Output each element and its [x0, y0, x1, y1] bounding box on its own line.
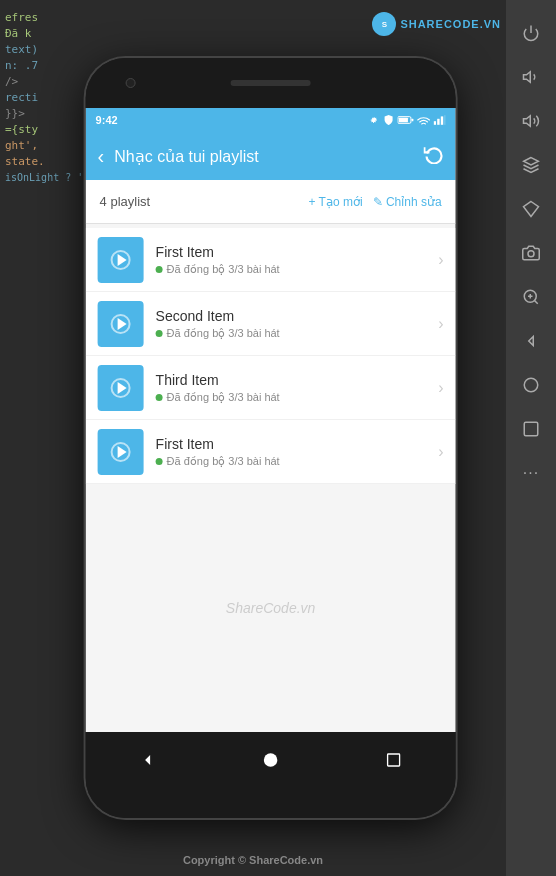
- svg-marker-19: [145, 755, 150, 765]
- sync-status-dot: [156, 266, 163, 273]
- playlist-thumbnail: [98, 237, 144, 283]
- nav-back-button[interactable]: [127, 740, 167, 780]
- battery-status-icon: [398, 115, 414, 125]
- action-buttons: + Tạo mới ✎ Chỉnh sửa: [308, 195, 441, 209]
- list-item[interactable]: Third Item Đã đồng bộ 3/3 bài hát ›: [86, 356, 456, 420]
- copyright-footer: Copyright © ShareCode.vn: [0, 854, 506, 866]
- playlist-status: Đã đồng bộ 3/3 bài hát: [156, 455, 439, 468]
- status-bar: 9:42: [86, 108, 456, 132]
- square-icon[interactable]: [513, 411, 549, 447]
- playlist-thumbnail: [98, 301, 144, 347]
- status-icons: [368, 114, 446, 126]
- playlist-name: Second Item: [156, 308, 439, 324]
- sync-status-text: Đã đồng bộ 3/3 bài hát: [167, 391, 280, 404]
- svg-marker-9: [529, 337, 534, 346]
- sync-status-text: Đã đồng bộ 3/3 bài hát: [167, 455, 280, 468]
- wifi-status-icon: [417, 115, 431, 125]
- phone-screen: 9:42: [86, 108, 456, 732]
- circle-icon[interactable]: [513, 367, 549, 403]
- phone-bottom-nav: [86, 732, 456, 788]
- phone-top-bezel: [86, 58, 456, 108]
- brand-header: S SHARECODE.VN: [372, 12, 501, 36]
- play-triangle-icon: [117, 446, 126, 458]
- play-icon-circle: [111, 378, 131, 398]
- diamond-icon[interactable]: [513, 191, 549, 227]
- svg-rect-18: [444, 115, 445, 125]
- playlist-info: First Item Đã đồng bộ 3/3 bài hát: [156, 244, 439, 276]
- playlist-thumbnail: [98, 429, 144, 475]
- sync-status-text: Đã đồng bộ 3/3 bài hát: [167, 263, 280, 276]
- svg-marker-2: [524, 116, 531, 127]
- list-item[interactable]: First Item Đã đồng bộ 3/3 bài hát ›: [86, 420, 456, 484]
- sync-status-dot: [156, 458, 163, 465]
- svg-marker-1: [524, 72, 531, 83]
- edit-button[interactable]: ✎ Chỉnh sửa: [373, 195, 442, 209]
- play-icon-circle: [111, 442, 131, 462]
- svg-marker-3: [524, 158, 539, 166]
- chevron-right-icon: ›: [438, 443, 443, 461]
- svg-point-10: [524, 378, 538, 392]
- content-area: 4 playlist + Tạo mới ✎ Chỉnh sửa Fir: [86, 180, 456, 732]
- nav-recent-button[interactable]: [374, 740, 414, 780]
- list-item[interactable]: First Item Đã đồng bộ 3/3 bài hát ›: [86, 228, 456, 292]
- nav-home-button[interactable]: [251, 740, 291, 780]
- brand-name: SHARECODE.VN: [400, 18, 501, 30]
- play-triangle-icon: [117, 382, 126, 394]
- svg-line-6: [534, 300, 537, 303]
- playlist-count: 4 playlist: [100, 194, 151, 209]
- svg-rect-15: [434, 121, 436, 125]
- phone-speaker: [231, 80, 311, 86]
- playlist-list: First Item Đã đồng bộ 3/3 bài hát ›: [86, 228, 456, 484]
- svg-rect-14: [412, 119, 414, 122]
- play-icon-circle: [111, 314, 131, 334]
- playlist-info: Second Item Đã đồng bộ 3/3 bài hát: [156, 308, 439, 340]
- play-triangle-icon: [117, 318, 126, 330]
- refresh-button[interactable]: [424, 144, 444, 168]
- svg-rect-13: [399, 118, 408, 123]
- playlist-name: First Item: [156, 436, 439, 452]
- camera-icon[interactable]: [513, 235, 549, 271]
- back-icon[interactable]: [513, 323, 549, 359]
- power-icon[interactable]: [513, 15, 549, 51]
- action-bar: 4 playlist + Tạo mới ✎ Chỉnh sửa: [86, 180, 456, 224]
- toolbar-title: Nhạc của tui playlist: [114, 147, 423, 166]
- play-triangle-icon: [117, 254, 126, 266]
- playlist-info: First Item Đã đồng bộ 3/3 bài hát: [156, 436, 439, 468]
- list-item[interactable]: Second Item Đã đồng bộ 3/3 bài hát ›: [86, 292, 456, 356]
- phone-camera: [126, 78, 136, 88]
- settings-status-icon: [368, 114, 380, 126]
- svg-point-4: [528, 251, 534, 257]
- right-toolbar: ···: [506, 0, 556, 876]
- signal-status-icon: [434, 115, 446, 125]
- play-icon-circle: [111, 250, 131, 270]
- status-time: 9:42: [96, 114, 118, 126]
- volume-up-icon[interactable]: [513, 103, 549, 139]
- playlist-info: Third Item Đã đồng bộ 3/3 bài hát: [156, 372, 439, 404]
- more-icon[interactable]: ···: [513, 455, 549, 491]
- watermark: ShareCode.vn: [86, 484, 456, 732]
- phone-frame: 9:42: [86, 58, 456, 818]
- chevron-right-icon: ›: [438, 379, 443, 397]
- chevron-right-icon: ›: [438, 315, 443, 333]
- playlist-status: Đã đồng bộ 3/3 bài hát: [156, 391, 439, 404]
- playlist-status: Đã đồng bộ 3/3 bài hát: [156, 263, 439, 276]
- svg-rect-17: [441, 116, 443, 124]
- playlist-status: Đã đồng bộ 3/3 bài hát: [156, 327, 439, 340]
- back-button[interactable]: ‹: [98, 145, 105, 168]
- phone-bottom-bezel: [86, 788, 456, 818]
- sync-status-text: Đã đồng bộ 3/3 bài hát: [167, 327, 280, 340]
- brand-logo: S: [372, 12, 396, 36]
- svg-point-20: [264, 753, 278, 767]
- sync-status-dot: [156, 330, 163, 337]
- svg-rect-11: [524, 422, 538, 436]
- sync-status-dot: [156, 394, 163, 401]
- svg-rect-21: [388, 754, 400, 766]
- layers-icon[interactable]: [513, 147, 549, 183]
- playlist-name: First Item: [156, 244, 439, 260]
- volume-down-icon[interactable]: [513, 59, 549, 95]
- zoom-in-icon[interactable]: [513, 279, 549, 315]
- playlist-name: Third Item: [156, 372, 439, 388]
- chevron-right-icon: ›: [438, 251, 443, 269]
- app-toolbar: ‹ Nhạc của tui playlist: [86, 132, 456, 180]
- create-new-button[interactable]: + Tạo mới: [308, 195, 362, 209]
